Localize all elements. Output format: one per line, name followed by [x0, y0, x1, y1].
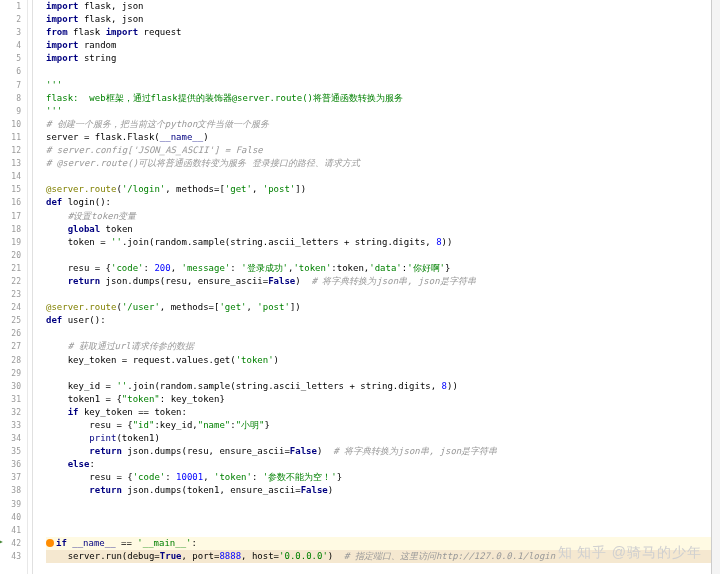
- code-line[interactable]: return json.dumps(resu, ensure_ascii=Fal…: [46, 275, 711, 288]
- watermark-text: 知知乎 @骑马的少年: [558, 544, 702, 562]
- code-line[interactable]: return json.dumps(token1, ensure_ascii=F…: [46, 484, 711, 497]
- line-number: 36: [0, 458, 21, 471]
- code-line[interactable]: else:: [46, 458, 711, 471]
- code-line[interactable]: global token: [46, 223, 711, 236]
- zhihu-icon: 知: [558, 544, 573, 562]
- line-number: 18: [0, 223, 21, 236]
- code-line[interactable]: ''': [46, 79, 711, 92]
- line-number: 5: [0, 52, 21, 65]
- code-line[interactable]: #设置token变量: [46, 210, 711, 223]
- code-line[interactable]: key_id = ''.join(random.sample(string.as…: [46, 380, 711, 393]
- code-line[interactable]: resu = {'code': 10001, 'token': '参数不能为空！…: [46, 471, 711, 484]
- line-number: 14: [0, 170, 21, 183]
- code-line[interactable]: def user():: [46, 314, 711, 327]
- line-number: 41: [0, 524, 21, 537]
- line-number: 11: [0, 131, 21, 144]
- code-editor[interactable]: ▶ 12345678910111213141516171819202122232…: [0, 0, 712, 574]
- code-line[interactable]: [46, 367, 711, 380]
- line-number: 24: [0, 301, 21, 314]
- code-line[interactable]: [46, 65, 711, 78]
- line-number: 30: [0, 380, 21, 393]
- line-number: 38: [0, 484, 21, 497]
- line-number: 10: [0, 118, 21, 131]
- code-line[interactable]: [46, 498, 711, 511]
- code-line[interactable]: [46, 170, 711, 183]
- line-number: 19: [0, 236, 21, 249]
- code-line[interactable]: @server.route('/user', methods=['get', '…: [46, 301, 711, 314]
- breakpoint-icon[interactable]: [46, 539, 54, 547]
- line-number: 40: [0, 511, 21, 524]
- line-number: 3: [0, 26, 21, 39]
- line-number: 31: [0, 393, 21, 406]
- line-number: 4: [0, 39, 21, 52]
- line-number: 39: [0, 498, 21, 511]
- line-number: 6: [0, 65, 21, 78]
- line-number: 25: [0, 314, 21, 327]
- code-line[interactable]: # 获取通过url请求传参的数据: [46, 340, 711, 353]
- line-number: 8: [0, 92, 21, 105]
- code-line[interactable]: resu = {"id":key_id,"name":"小明"}: [46, 419, 711, 432]
- line-number: 32: [0, 406, 21, 419]
- line-number: 15: [0, 183, 21, 196]
- code-line[interactable]: @server.route('/login', methods=['get', …: [46, 183, 711, 196]
- code-line[interactable]: import string: [46, 52, 711, 65]
- code-line[interactable]: [46, 511, 711, 524]
- code-line[interactable]: ''': [46, 105, 711, 118]
- line-number: 27: [0, 340, 21, 353]
- line-number: 34: [0, 432, 21, 445]
- code-line[interactable]: token1 = {"token": key_token}: [46, 393, 711, 406]
- code-area[interactable]: import flask, jsonimport flask, jsonfrom…: [40, 0, 711, 574]
- line-number: 29: [0, 367, 21, 380]
- code-line[interactable]: import random: [46, 39, 711, 52]
- code-line[interactable]: import flask, json: [46, 13, 711, 26]
- line-number: 22: [0, 275, 21, 288]
- line-number: 35: [0, 445, 21, 458]
- code-line[interactable]: # 创建一个服务，把当前这个python文件当做一个服务: [46, 118, 711, 131]
- code-line[interactable]: # server.config['JSON_AS_ASCII'] = False: [46, 144, 711, 157]
- code-line[interactable]: key_token = request.values.get('token'): [46, 354, 711, 367]
- line-number: 9: [0, 105, 21, 118]
- code-line[interactable]: token = ''.join(random.sample(string.asc…: [46, 236, 711, 249]
- line-number: 21: [0, 262, 21, 275]
- line-number: 1: [0, 0, 21, 13]
- code-line[interactable]: # @server.route()可以将普通函数转变为服务 登录接口的路径、请求…: [46, 157, 711, 170]
- line-gutter: ▶ 12345678910111213141516171819202122232…: [0, 0, 28, 574]
- line-number: 28: [0, 354, 21, 367]
- run-marker-icon[interactable]: ▶: [0, 537, 3, 546]
- code-line[interactable]: server = flask.Flask(__name__): [46, 131, 711, 144]
- code-line[interactable]: return json.dumps(resu, ensure_ascii=Fal…: [46, 445, 711, 458]
- code-line[interactable]: [46, 524, 711, 537]
- line-number: 42: [0, 537, 21, 550]
- code-line[interactable]: flask: web框架，通过flask提供的装饰器@server.route(…: [46, 92, 711, 105]
- line-number: 7: [0, 79, 21, 92]
- code-line[interactable]: print(token1): [46, 432, 711, 445]
- code-line[interactable]: resu = {'code': 200, 'message': '登录成功','…: [46, 262, 711, 275]
- code-line[interactable]: if key_token == token:: [46, 406, 711, 419]
- code-line[interactable]: [46, 249, 711, 262]
- code-line[interactable]: import flask, json: [46, 0, 711, 13]
- line-number: 13: [0, 157, 21, 170]
- code-line[interactable]: [46, 327, 711, 340]
- line-number: 20: [0, 249, 21, 262]
- line-number: 16: [0, 196, 21, 209]
- line-number: 23: [0, 288, 21, 301]
- line-number: 43: [0, 550, 21, 563]
- line-number: 37: [0, 471, 21, 484]
- line-number: 26: [0, 327, 21, 340]
- line-number: 33: [0, 419, 21, 432]
- line-number: 17: [0, 210, 21, 223]
- line-number: 12: [0, 144, 21, 157]
- vertical-scrollbar[interactable]: [712, 0, 720, 574]
- code-line[interactable]: def login():: [46, 196, 711, 209]
- code-line[interactable]: [46, 288, 711, 301]
- line-number: 2: [0, 13, 21, 26]
- fold-column: [28, 0, 40, 574]
- code-line[interactable]: from flask import request: [46, 26, 711, 39]
